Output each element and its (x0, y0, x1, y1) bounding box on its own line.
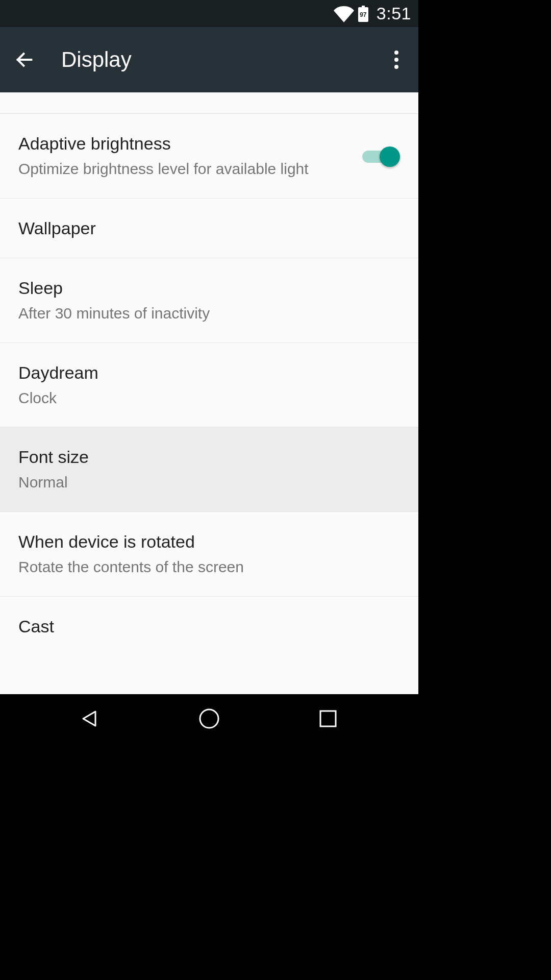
setting-adaptive-brightness[interactable]: Adaptive brightness Optimize brightness … (0, 114, 418, 199)
item-title: Cast (18, 615, 400, 638)
status-bar: 97 3:51 (0, 0, 418, 27)
setting-wallpaper[interactable]: Wallpaper (0, 199, 418, 258)
item-subtitle: Rotate the contents of the screen (18, 557, 400, 578)
wifi-icon (334, 4, 354, 24)
setting-daydream[interactable]: Daydream Clock (0, 343, 418, 428)
switch-thumb (380, 146, 400, 167)
item-text: Daydream Clock (18, 361, 400, 409)
svg-point-3 (200, 709, 218, 728)
status-clock: 3:51 (377, 4, 411, 23)
overflow-menu-button[interactable] (384, 44, 409, 75)
item-text: Adaptive brightness Optimize brightness … (18, 132, 349, 180)
nav-recent-button[interactable] (313, 703, 343, 734)
setting-font-size[interactable]: Font size Normal (0, 427, 418, 512)
item-text: Font size Normal (18, 446, 400, 493)
setting-rotate[interactable]: When device is rotated Rotate the conten… (0, 512, 418, 597)
page-title: Display (61, 47, 384, 72)
back-button[interactable] (9, 44, 40, 75)
status-icons: 97 3:51 (334, 4, 411, 24)
app-bar: Display (0, 27, 418, 92)
item-subtitle: Normal (18, 472, 400, 493)
setting-sleep[interactable]: Sleep After 30 minutes of inactivity (0, 258, 418, 343)
previous-item-peek (0, 92, 418, 114)
setting-cast[interactable]: Cast (0, 597, 418, 656)
battery-percent: 97 (360, 11, 366, 18)
item-subtitle: After 30 minutes of inactivity (18, 303, 400, 324)
item-title: Sleep (18, 277, 400, 299)
navigation-bar (0, 694, 418, 743)
nav-back-button[interactable] (75, 703, 106, 734)
item-title: When device is rotated (18, 530, 400, 553)
svg-rect-4 (320, 711, 336, 726)
screen: 97 3:51 Display Adaptive brightness Opti… (0, 0, 418, 743)
item-subtitle: Optimize brightness level for available … (18, 159, 349, 180)
item-text: Wallpaper (18, 217, 400, 239)
battery-icon: 97 (358, 6, 368, 22)
svg-point-1 (394, 58, 398, 62)
item-text: Cast (18, 615, 400, 638)
item-text: Sleep After 30 minutes of inactivity (18, 277, 400, 324)
svg-point-2 (394, 65, 398, 69)
item-title: Daydream (18, 361, 400, 384)
svg-point-0 (394, 51, 398, 55)
nav-home-button[interactable] (194, 703, 224, 734)
item-title: Wallpaper (18, 217, 400, 239)
adaptive-brightness-switch[interactable] (359, 145, 400, 166)
item-subtitle: Clock (18, 388, 400, 409)
item-text: When device is rotated Rotate the conten… (18, 530, 400, 578)
item-title: Adaptive brightness (18, 132, 349, 155)
item-title: Font size (18, 446, 400, 468)
settings-list[interactable]: Adaptive brightness Optimize brightness … (0, 92, 418, 694)
